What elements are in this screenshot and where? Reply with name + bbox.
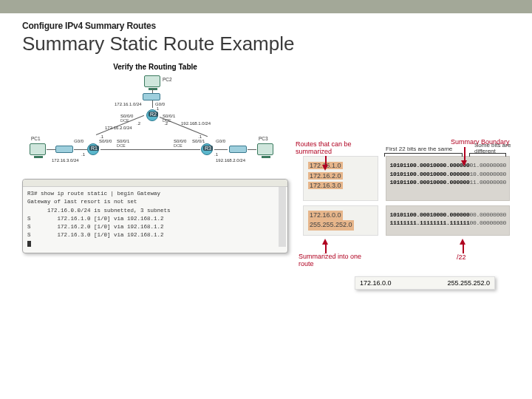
- top-bar: [0, 0, 532, 13]
- route: 172.16.3.0: [308, 182, 343, 189]
- binbox-summary: 10101100.00010000.00000000.00000000 1111…: [386, 205, 510, 236]
- slide-content: Verify the Routing Table PC2 172.16.1.0/…: [22, 60, 510, 385]
- switch-icon: [143, 93, 160, 100]
- addr-label: .1: [214, 152, 218, 157]
- label-summarized: Summarized into one route: [299, 253, 365, 268]
- if-label: G0/0: [216, 139, 225, 143]
- result-mask: 255.255.252.0: [447, 279, 490, 287]
- if-label: G0/0: [74, 139, 83, 143]
- result-net: 172.16.0.0: [360, 279, 392, 287]
- cli-line: Gateway of last resort is not set: [27, 198, 283, 206]
- label-diffbits: Some bits are different: [474, 143, 511, 154]
- addr-label: .2: [137, 121, 140, 126]
- switch-icon: [55, 146, 73, 153]
- net-label: 192.168.2.0/24: [216, 158, 245, 163]
- label-can-summarize: Routes that can be summarized: [296, 141, 362, 156]
- left-column: Verify the Routing Table PC2 172.16.1.0/…: [22, 60, 288, 385]
- arrow-down-icon: [461, 160, 467, 166]
- if-label: S0/0/0DCE: [174, 139, 186, 148]
- net-label: 192.168.1.0/24: [181, 121, 211, 126]
- link: [152, 100, 153, 108]
- pc-icon: [257, 143, 273, 155]
- cli-scrollbar[interactable]: [279, 187, 286, 247]
- link: [47, 149, 55, 150]
- router-label: R1: [89, 146, 99, 151]
- net-label: 172.16.1.0/24: [115, 102, 142, 106]
- cli-titlebar: [23, 180, 287, 187]
- host-label: PC2: [163, 77, 172, 82]
- router-label: R3: [203, 146, 213, 151]
- summary-mask: 255.255.252.0: [308, 220, 354, 231]
- host-label: PC3: [259, 136, 268, 141]
- cli-cmd: R3# show ip route static | begin Gateway: [27, 190, 283, 198]
- host-label: PC1: [31, 136, 41, 141]
- net-label: 172.16.3.0/24: [52, 158, 79, 163]
- cli-caret-line: [27, 240, 283, 248]
- result-box: 172.16.0.0 255.255.252.0: [355, 276, 495, 290]
- link: [248, 149, 256, 150]
- if-label: S0/0/0: [99, 139, 112, 143]
- binbox-routes: 10101100.00010000.00000001.00000000 1010…: [386, 156, 510, 201]
- topology-diagram: PC2 172.16.1.0/24 G0/0 .1 R2 S0/0/0DCE .…: [22, 75, 288, 171]
- cli-line: S 172.16.1.0 [1/0] via 192.168.1.2: [27, 215, 283, 223]
- link: [214, 149, 228, 150]
- arrow-up-icon: [322, 239, 328, 245]
- link: [74, 149, 87, 150]
- if-label: S0/0/1: [192, 139, 205, 143]
- router-label: R2: [149, 112, 158, 117]
- ipbox-summary: 172.16.0.0 255.255.252.0: [303, 205, 378, 236]
- link: [152, 89, 153, 93]
- addr-label: .2: [164, 121, 168, 126]
- pc-icon: [144, 75, 160, 87]
- if-label: S0/0/0DCE: [120, 114, 133, 123]
- right-column: Summary Boundary First 22 bits are the s…: [303, 156, 510, 240]
- label-first22: First 22 bits are the same: [386, 146, 452, 152]
- cli-output: R3# show ip route static | begin Gateway…: [22, 179, 288, 253]
- addr-label: .1: [81, 152, 85, 157]
- route: 172.16.2.0: [308, 172, 343, 180]
- label-slash22: /22: [457, 253, 466, 261]
- cli-line: 172.16.0.0/24 is subnetted, 3 subnets: [27, 207, 283, 215]
- arrow-up-icon: [460, 239, 466, 245]
- link: [100, 149, 200, 150]
- row-routes: 172.16.1.0 172.16.2.0 172.16.3.0 1010110…: [303, 156, 510, 205]
- arrow-down-icon: [322, 165, 328, 171]
- panel-title: Verify the Routing Table: [22, 63, 288, 71]
- pc-icon: [30, 143, 46, 155]
- slide-title: Summary Static Route Example: [22, 33, 532, 55]
- summary-net: 172.16.0.0: [308, 211, 343, 221]
- arrow-icon: [325, 243, 327, 253]
- row-summary: 172.16.0.0 255.255.252.0 10101100.000100…: [303, 205, 510, 240]
- arrow-icon: [463, 243, 464, 253]
- brace-icon: [384, 153, 463, 154]
- ipbox-routes: 172.16.1.0 172.16.2.0 172.16.3.0: [303, 156, 378, 201]
- net-label: 172.16.2.0/24: [105, 126, 132, 130]
- if-label: S0/0/1DCE: [117, 139, 129, 148]
- cli-line: S 172.16.2.0 [1/0] via 192.168.1.2: [27, 223, 283, 231]
- slide-kicker: Configure IPv4 Summary Routes: [22, 21, 532, 31]
- cli-line: S 172.16.3.0 [1/0] via 192.168.1.2: [27, 231, 283, 239]
- switch-icon: [229, 146, 247, 153]
- arrow-icon: [464, 147, 466, 162]
